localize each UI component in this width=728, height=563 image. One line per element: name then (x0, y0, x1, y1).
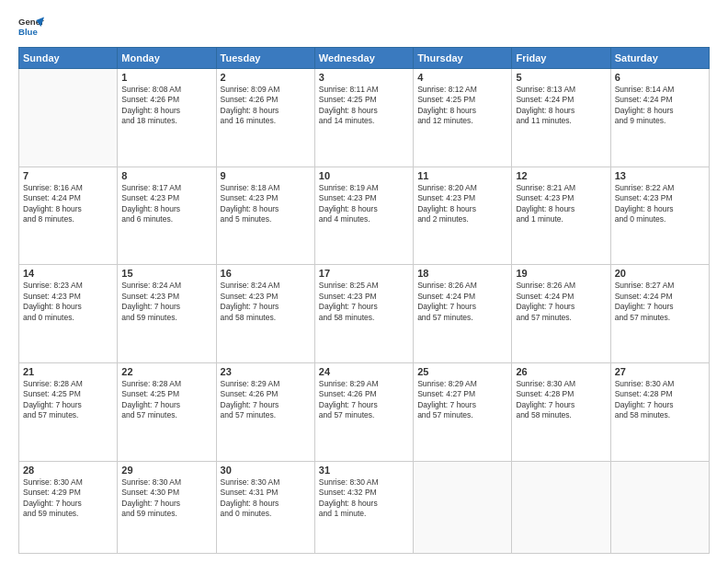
day-number: 21 (23, 366, 113, 377)
day-info: Sunrise: 8:30 AM Sunset: 4:28 PM Dayligh… (516, 379, 606, 421)
day-info: Sunrise: 8:26 AM Sunset: 4:24 PM Dayligh… (417, 281, 507, 323)
day-info: Sunrise: 8:13 AM Sunset: 4:24 PM Dayligh… (516, 85, 606, 127)
day-number: 30 (221, 465, 311, 476)
day-number: 27 (615, 366, 705, 377)
calendar-week-5: 28Sunrise: 8:30 AM Sunset: 4:29 PM Dayli… (19, 461, 710, 553)
calendar-cell: 30Sunrise: 8:30 AM Sunset: 4:31 PM Dayli… (216, 461, 314, 553)
calendar-cell: 29Sunrise: 8:30 AM Sunset: 4:30 PM Dayli… (118, 461, 216, 553)
day-number: 31 (319, 465, 409, 476)
calendar-cell: 11Sunrise: 8:20 AM Sunset: 4:23 PM Dayli… (414, 167, 512, 265)
calendar-cell: 31Sunrise: 8:30 AM Sunset: 4:32 PM Dayli… (314, 461, 413, 553)
calendar-week-3: 14Sunrise: 8:23 AM Sunset: 4:23 PM Dayli… (19, 265, 710, 363)
day-number: 20 (615, 268, 705, 279)
calendar-header-row: SundayMondayTuesdayWednesdayThursdayFrid… (19, 48, 710, 69)
day-info: Sunrise: 8:12 AM Sunset: 4:25 PM Dayligh… (417, 85, 507, 127)
day-info: Sunrise: 8:26 AM Sunset: 4:24 PM Dayligh… (516, 281, 606, 323)
calendar-cell: 20Sunrise: 8:27 AM Sunset: 4:24 PM Dayli… (610, 265, 709, 363)
calendar-cell: 19Sunrise: 8:26 AM Sunset: 4:24 PM Dayli… (512, 265, 610, 363)
calendar-cell: 10Sunrise: 8:19 AM Sunset: 4:23 PM Dayli… (314, 167, 413, 265)
day-number: 29 (121, 465, 211, 476)
day-info: Sunrise: 8:24 AM Sunset: 4:23 PM Dayligh… (221, 281, 311, 323)
day-info: Sunrise: 8:29 AM Sunset: 4:26 PM Dayligh… (319, 379, 409, 421)
calendar-cell: 7Sunrise: 8:16 AM Sunset: 4:24 PM Daylig… (19, 167, 118, 265)
day-number: 19 (516, 268, 606, 279)
day-number: 5 (516, 72, 606, 83)
day-number: 23 (221, 366, 311, 377)
logo-icon: General Blue (18, 14, 44, 40)
day-number: 8 (121, 170, 211, 181)
day-number: 26 (516, 366, 606, 377)
calendar-cell (610, 461, 709, 553)
day-number: 12 (516, 170, 606, 181)
calendar-cell: 26Sunrise: 8:30 AM Sunset: 4:28 PM Dayli… (512, 362, 610, 461)
col-header-monday: Monday (118, 48, 216, 69)
svg-text:Blue: Blue (18, 27, 38, 37)
calendar-cell: 25Sunrise: 8:29 AM Sunset: 4:27 PM Dayli… (414, 362, 512, 461)
day-info: Sunrise: 8:22 AM Sunset: 4:23 PM Dayligh… (615, 183, 705, 225)
calendar-cell: 4Sunrise: 8:12 AM Sunset: 4:25 PM Daylig… (414, 69, 512, 167)
day-info: Sunrise: 8:29 AM Sunset: 4:27 PM Dayligh… (417, 379, 507, 421)
calendar-cell: 13Sunrise: 8:22 AM Sunset: 4:23 PM Dayli… (610, 167, 709, 265)
calendar-cell (512, 461, 610, 553)
calendar-cell: 24Sunrise: 8:29 AM Sunset: 4:26 PM Dayli… (314, 362, 413, 461)
calendar-table: SundayMondayTuesdayWednesdayThursdayFrid… (18, 47, 710, 554)
calendar-cell: 1Sunrise: 8:08 AM Sunset: 4:26 PM Daylig… (118, 69, 216, 167)
header: General Blue (18, 14, 710, 40)
day-number: 18 (417, 268, 507, 279)
calendar-week-2: 7Sunrise: 8:16 AM Sunset: 4:24 PM Daylig… (19, 167, 710, 265)
logo: General Blue (18, 14, 44, 40)
col-header-friday: Friday (512, 48, 610, 69)
calendar-cell: 5Sunrise: 8:13 AM Sunset: 4:24 PM Daylig… (512, 69, 610, 167)
day-number: 4 (417, 72, 507, 83)
day-number: 22 (121, 366, 211, 377)
day-number: 6 (615, 72, 705, 83)
calendar-cell (19, 69, 118, 167)
day-number: 24 (319, 366, 409, 377)
calendar-cell: 22Sunrise: 8:28 AM Sunset: 4:25 PM Dayli… (118, 362, 216, 461)
calendar-cell: 27Sunrise: 8:30 AM Sunset: 4:28 PM Dayli… (610, 362, 709, 461)
day-info: Sunrise: 8:14 AM Sunset: 4:24 PM Dayligh… (615, 85, 705, 127)
day-info: Sunrise: 8:08 AM Sunset: 4:26 PM Dayligh… (121, 85, 211, 127)
day-number: 16 (221, 268, 311, 279)
day-info: Sunrise: 8:16 AM Sunset: 4:24 PM Dayligh… (23, 183, 113, 225)
calendar-cell (414, 461, 512, 553)
day-info: Sunrise: 8:21 AM Sunset: 4:23 PM Dayligh… (516, 183, 606, 225)
day-info: Sunrise: 8:23 AM Sunset: 4:23 PM Dayligh… (23, 281, 113, 323)
calendar-cell: 8Sunrise: 8:17 AM Sunset: 4:23 PM Daylig… (118, 167, 216, 265)
day-info: Sunrise: 8:19 AM Sunset: 4:23 PM Dayligh… (319, 183, 409, 225)
calendar-cell: 18Sunrise: 8:26 AM Sunset: 4:24 PM Dayli… (414, 265, 512, 363)
page: General Blue SundayMondayTuesdayWednesda… (0, 0, 728, 563)
day-info: Sunrise: 8:30 AM Sunset: 4:30 PM Dayligh… (121, 477, 211, 520)
day-info: Sunrise: 8:18 AM Sunset: 4:23 PM Dayligh… (221, 183, 311, 225)
day-number: 15 (121, 268, 211, 279)
calendar-cell: 14Sunrise: 8:23 AM Sunset: 4:23 PM Dayli… (19, 265, 118, 363)
day-number: 13 (615, 170, 705, 181)
calendar-cell: 21Sunrise: 8:28 AM Sunset: 4:25 PM Dayli… (19, 362, 118, 461)
calendar-cell: 28Sunrise: 8:30 AM Sunset: 4:29 PM Dayli… (19, 461, 118, 553)
day-info: Sunrise: 8:11 AM Sunset: 4:25 PM Dayligh… (319, 85, 409, 127)
day-info: Sunrise: 8:30 AM Sunset: 4:28 PM Dayligh… (615, 379, 705, 421)
calendar-cell: 15Sunrise: 8:24 AM Sunset: 4:23 PM Dayli… (118, 265, 216, 363)
day-info: Sunrise: 8:09 AM Sunset: 4:26 PM Dayligh… (221, 85, 311, 127)
calendar-cell: 23Sunrise: 8:29 AM Sunset: 4:26 PM Dayli… (216, 362, 314, 461)
col-header-thursday: Thursday (414, 48, 512, 69)
calendar-week-4: 21Sunrise: 8:28 AM Sunset: 4:25 PM Dayli… (19, 362, 710, 461)
day-number: 1 (121, 72, 211, 83)
day-info: Sunrise: 8:28 AM Sunset: 4:25 PM Dayligh… (121, 379, 211, 421)
day-info: Sunrise: 8:30 AM Sunset: 4:32 PM Dayligh… (319, 477, 409, 520)
calendar-cell: 6Sunrise: 8:14 AM Sunset: 4:24 PM Daylig… (610, 69, 709, 167)
calendar-cell: 17Sunrise: 8:25 AM Sunset: 4:23 PM Dayli… (314, 265, 413, 363)
day-number: 11 (417, 170, 507, 181)
day-number: 2 (221, 72, 311, 83)
day-info: Sunrise: 8:30 AM Sunset: 4:29 PM Dayligh… (23, 477, 113, 520)
day-number: 7 (23, 170, 113, 181)
day-info: Sunrise: 8:17 AM Sunset: 4:23 PM Dayligh… (121, 183, 211, 225)
col-header-tuesday: Tuesday (216, 48, 314, 69)
day-number: 17 (319, 268, 409, 279)
calendar-cell: 3Sunrise: 8:11 AM Sunset: 4:25 PM Daylig… (314, 69, 413, 167)
col-header-saturday: Saturday (610, 48, 709, 69)
col-header-sunday: Sunday (19, 48, 118, 69)
day-info: Sunrise: 8:29 AM Sunset: 4:26 PM Dayligh… (221, 379, 311, 421)
day-number: 10 (319, 170, 409, 181)
day-info: Sunrise: 8:30 AM Sunset: 4:31 PM Dayligh… (221, 477, 311, 520)
